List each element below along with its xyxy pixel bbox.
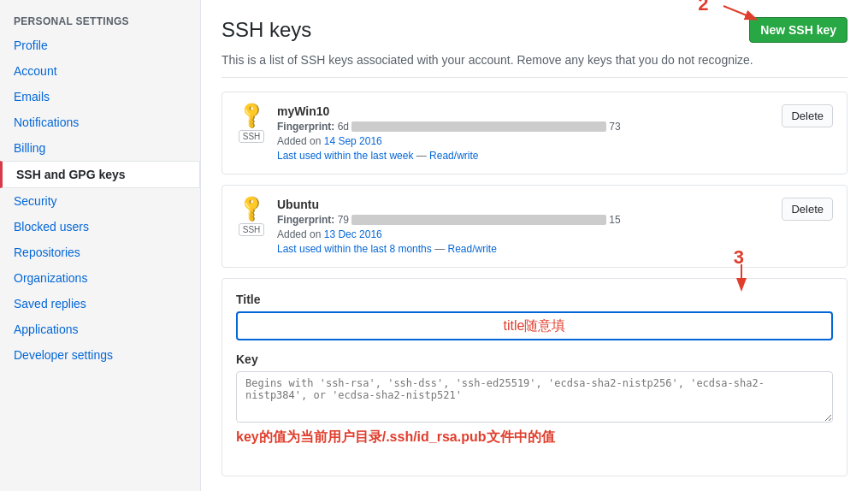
ssh-key-fingerprint-2: Fingerprint: 79 ▓▓▓▓▓▓▓▓▓▓▓▓▓▓▓▓▓▓▓▓▓▓▓▓…	[277, 214, 771, 226]
sidebar-item-organizations[interactable]: Organizations	[0, 265, 200, 291]
sidebar-item-security[interactable]: Security	[0, 188, 200, 214]
page-header: SSH keys 2 New SSH key	[221, 17, 847, 43]
sidebar-item-notifications[interactable]: Notifications	[0, 109, 200, 135]
ssh-key-last-used-1: Last used within the last week — Read/wr…	[277, 150, 771, 162]
annotation-3: 3	[734, 246, 744, 269]
sidebar-item-ssh-gpg[interactable]: SSH and GPG keys	[0, 161, 200, 188]
sidebar-item-developer-settings[interactable]: Developer settings	[0, 342, 200, 368]
annotation-2: 2	[698, 0, 708, 15]
delete-key-button-2[interactable]: Delete	[782, 198, 833, 221]
sidebar-item-emails[interactable]: Emails	[0, 84, 200, 109]
sidebar-item-applications[interactable]: Applications	[0, 316, 200, 342]
ssh-key-fingerprint-1: Fingerprint: 6d ▓▓▓▓▓▓▓▓▓▓▓▓▓▓▓▓▓▓▓▓▓▓▓▓…	[277, 121, 771, 133]
fingerprint-start-1: 6d	[338, 121, 349, 133]
title-form-group: Title	[236, 293, 833, 340]
page-title: SSH keys	[221, 18, 311, 42]
sidebar-item-repositories[interactable]: Repositories	[0, 240, 200, 265]
title-label: Title	[236, 293, 833, 306]
sidebar-item-billing[interactable]: Billing	[0, 135, 200, 161]
key-icon-2: 🔑	[235, 192, 267, 224]
title-input[interactable]	[236, 311, 833, 340]
ssh-key-name-2: Ubuntu	[277, 198, 771, 211]
sidebar-item-profile[interactable]: Profile	[0, 33, 200, 58]
ssh-key-added-2: Added on 13 Dec 2016	[277, 228, 771, 240]
main-content: 1 SSH keys 2 New SSH key This is a list …	[201, 0, 868, 491]
ssh-key-added-1: Added on 14 Sep 2016	[277, 135, 771, 147]
ssh-key-date-link-1[interactable]: 14 Sep 2016	[324, 135, 382, 147]
ssh-key-info-1: myWin10 Fingerprint: 6d ▓▓▓▓▓▓▓▓▓▓▓▓▓▓▓▓…	[277, 104, 771, 162]
ssh-key-last-used-2: Last used within the last 8 months — Rea…	[277, 243, 771, 255]
ssh-badge-1: SSH	[239, 130, 265, 143]
ssh-key-card-2: 🔑 SSH Ubuntu Fingerprint: 79 ▓▓▓▓▓▓▓▓▓▓▓…	[221, 185, 847, 268]
fingerprint-start-2: 79	[338, 214, 349, 226]
fingerprint-label-1: Fingerprint:	[277, 121, 334, 133]
ssh-key-card-1: 🔑 SSH myWin10 Fingerprint: 6d ▓▓▓▓▓▓▓▓▓▓…	[221, 92, 847, 175]
sidebar-item-saved-replies[interactable]: Saved replies	[0, 291, 200, 316]
ssh-key-info-2: Ubuntu Fingerprint: 79 ▓▓▓▓▓▓▓▓▓▓▓▓▓▓▓▓▓…	[277, 198, 771, 255]
key-icon-1: 🔑	[235, 99, 267, 131]
ssh-key-date-link-2[interactable]: 13 Dec 2016	[324, 228, 382, 240]
key-label: Key	[236, 352, 833, 366]
fingerprint-blur-1: ▓▓▓▓▓▓▓▓▓▓▓▓▓▓▓▓▓▓▓▓▓▓▓▓▓▓▓▓▓▓▓▓▓	[351, 121, 606, 132]
fingerprint-end-1: 73	[609, 121, 620, 133]
ssh-key-name-1: myWin10	[277, 104, 771, 118]
key-textarea[interactable]	[236, 371, 833, 423]
fingerprint-label-2: Fingerprint:	[277, 214, 334, 226]
ssh-key-icon-wrap-1: 🔑 SSH	[236, 104, 267, 143]
sidebar: Personal settings Profile Account Emails…	[0, 0, 201, 491]
ssh-key-icon-wrap-2: 🔑 SSH	[236, 198, 267, 236]
page-description: This is a list of SSH keys associated wi…	[221, 53, 847, 78]
key-form-group: Key key的值为当前用户目录/.ssh/id_rsa.pub文件中的值	[236, 352, 833, 450]
ssh-badge-2: SSH	[239, 223, 265, 236]
add-key-form: 3 Title Key key的值为当前用户目录/.ssh/id_rsa.pub…	[221, 278, 847, 476]
sidebar-section-title: Personal settings	[0, 9, 200, 33]
new-ssh-key-button[interactable]: New SSH key	[749, 17, 847, 43]
key-annotation-zh: key的值为当前用户目录/.ssh/id_rsa.pub文件中的值	[236, 425, 833, 450]
fingerprint-end-2: 15	[609, 214, 620, 226]
delete-key-button-1[interactable]: Delete	[782, 104, 833, 127]
sidebar-item-blocked-users[interactable]: Blocked users	[0, 214, 200, 240]
fingerprint-blur-2: ▓▓▓▓▓▓▓▓▓▓▓▓▓▓▓▓▓▓▓▓▓▓▓▓▓▓▓▓▓▓▓▓▓	[351, 215, 606, 225]
sidebar-item-account[interactable]: Account	[0, 58, 200, 84]
